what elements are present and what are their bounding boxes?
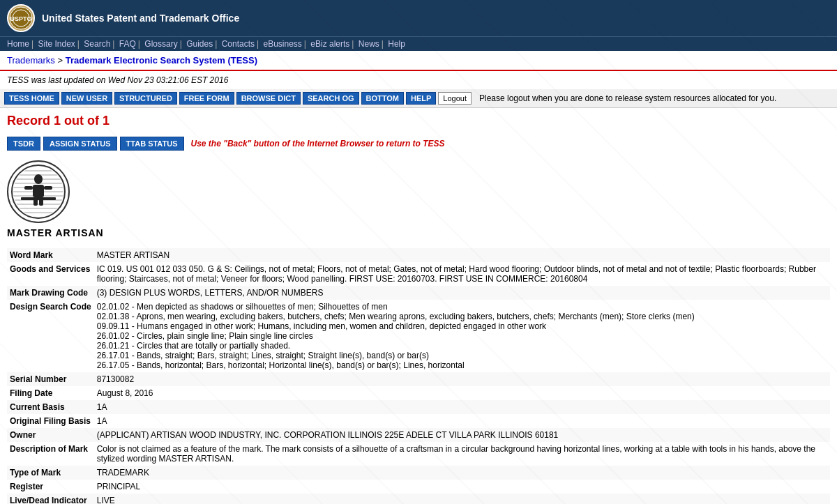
nav-glossary[interactable]: Glossary bbox=[144, 39, 183, 49]
btn-structured[interactable]: STRUCTURED bbox=[114, 92, 177, 105]
uspto-seal: USPTO bbox=[7, 4, 35, 32]
ttab-status-button[interactable]: TTAB STATUS bbox=[120, 137, 184, 151]
table-row: Description of MarkColor is not claimed … bbox=[7, 442, 830, 466]
field-value: IC 019. US 001 012 033 050. G & S: Ceili… bbox=[94, 262, 830, 286]
svg-rect-22 bbox=[39, 197, 43, 206]
record-heading: Record 1 out of 1 bbox=[0, 108, 837, 134]
field-label: Design Search Code bbox=[7, 300, 94, 372]
back-note: Use the "Back" button of the Internet Br… bbox=[191, 139, 445, 148]
field-label: Serial Number bbox=[7, 372, 94, 386]
logout-note: Please logout when you are done to relea… bbox=[479, 93, 776, 103]
table-row: Serial Number87130082 bbox=[7, 372, 830, 386]
table-row: Live/Dead IndicatorLIVE bbox=[7, 494, 830, 504]
svg-rect-21 bbox=[33, 197, 38, 206]
nav-faq[interactable]: FAQ bbox=[119, 39, 142, 49]
svg-point-16 bbox=[34, 174, 43, 184]
field-value: (3) DESIGN PLUS WORDS, LETTERS, AND/OR N… bbox=[94, 286, 830, 300]
btn-help[interactable]: HELP bbox=[406, 92, 436, 105]
table-row: Filing DateAugust 8, 2016 bbox=[7, 386, 830, 400]
btn-new-user[interactable]: NEW USER bbox=[61, 92, 112, 105]
nav-ebusiness[interactable]: eBusiness bbox=[263, 39, 308, 49]
agency-name: United States Patent and Trademark Offic… bbox=[42, 13, 239, 24]
mark-name: MASTER ARTISAN bbox=[7, 227, 104, 238]
last-updated-notice: TESS was last updated on Wed Nov 23 03:2… bbox=[0, 71, 837, 89]
btn-search-og[interactable]: SEARCH OG bbox=[303, 92, 359, 105]
btn-tess-home[interactable]: TESS HOME bbox=[4, 92, 59, 105]
breadcrumb: Trademarks > Trademark Electronic Search… bbox=[0, 51, 837, 71]
action-row: TSDR ASSIGN STATUS TTAB STATUS Use the "… bbox=[0, 134, 837, 153]
field-label: Owner bbox=[7, 428, 94, 442]
svg-text:USPTO: USPTO bbox=[10, 15, 32, 22]
field-label: Register bbox=[7, 480, 94, 494]
field-label: Current Basis bbox=[7, 400, 94, 414]
field-value: (APPLICANT) ARTISAN WOOD INDUSTRY, INC. … bbox=[94, 428, 830, 442]
nav-site-index[interactable]: Site Index bbox=[38, 39, 82, 49]
btn-browse-dict[interactable]: BROWSE DICT bbox=[236, 92, 301, 105]
main-content: MASTER ARTISAN Word MarkMASTER ARTISANGo… bbox=[0, 153, 837, 504]
field-value: 1A bbox=[94, 400, 830, 414]
assign-status-button[interactable]: ASSIGN STATUS bbox=[43, 137, 117, 151]
field-value: August 8, 2016 bbox=[94, 386, 830, 400]
table-row: Design Search Code02.01.02 - Men depicte… bbox=[7, 300, 830, 372]
trademark-data-table: Word MarkMASTER ARTISANGoods and Service… bbox=[7, 248, 830, 504]
field-value: 87130082 bbox=[94, 372, 830, 386]
svg-rect-17 bbox=[33, 185, 44, 197]
field-value: Color is not claimed as a feature of the… bbox=[94, 442, 830, 466]
field-label: Goods and Services bbox=[7, 262, 94, 286]
back-note-text: Use the "Back" button of the Internet Br… bbox=[191, 139, 445, 148]
record-count: Record 1 out of 1 bbox=[7, 114, 830, 128]
nav-guides[interactable]: Guides bbox=[186, 39, 219, 49]
nav-news[interactable]: News bbox=[359, 39, 386, 49]
field-value: LIVE bbox=[94, 494, 830, 504]
table-row: Mark Drawing Code(3) DESIGN PLUS WORDS, … bbox=[7, 286, 830, 300]
nav-ebiz-alerts[interactable]: eBiz alerts bbox=[310, 39, 356, 49]
table-row: Word MarkMASTER ARTISAN bbox=[7, 248, 830, 262]
btn-free-form[interactable]: FREE FORM bbox=[179, 92, 234, 105]
field-value: PRINCIPAL bbox=[94, 480, 830, 494]
nav-bar: Home Site Index Search FAQ Glossary Guid… bbox=[0, 36, 837, 51]
breadcrumb-separator: > bbox=[58, 55, 66, 66]
field-value: MASTER ARTISAN bbox=[94, 248, 830, 262]
field-label: Live/Dead Indicator bbox=[7, 494, 94, 504]
logout-button[interactable]: Logout bbox=[438, 92, 472, 105]
field-label: Word Mark bbox=[7, 248, 94, 262]
table-row: Original Filing Basis1A bbox=[7, 414, 830, 428]
field-value: 02.01.02 - Men depicted as shadows or si… bbox=[94, 300, 830, 372]
nav-help[interactable]: Help bbox=[388, 39, 409, 49]
btn-bottom[interactable]: BOTTOM bbox=[361, 92, 404, 105]
table-row: Goods and ServicesIC 019. US 001 012 033… bbox=[7, 262, 830, 286]
breadcrumb-trademarks[interactable]: Trademarks bbox=[7, 55, 55, 66]
breadcrumb-current: Trademark Electronic Search System (TESS… bbox=[66, 55, 257, 66]
tsdr-button[interactable]: TSDR bbox=[7, 137, 40, 151]
mark-image bbox=[7, 160, 70, 223]
field-value: 1A bbox=[94, 414, 830, 428]
nav-home[interactable]: Home bbox=[7, 39, 36, 49]
field-label: Description of Mark bbox=[7, 442, 94, 466]
table-row: Owner(APPLICANT) ARTISAN WOOD INDUSTRY, … bbox=[7, 428, 830, 442]
mark-logo-area: MASTER ARTISAN bbox=[7, 160, 830, 238]
field-value: TRADEMARK bbox=[94, 466, 830, 480]
toolbar: TESS HOME NEW USER STRUCTURED FREE FORM … bbox=[0, 89, 837, 108]
nav-contacts[interactable]: Contacts bbox=[222, 39, 261, 49]
table-row: RegisterPRINCIPAL bbox=[7, 480, 830, 494]
field-label: Mark Drawing Code bbox=[7, 286, 94, 300]
svg-rect-18 bbox=[24, 186, 33, 190]
nav-search[interactable]: Search bbox=[84, 39, 116, 49]
field-label: Type of Mark bbox=[7, 466, 94, 480]
table-row: Current Basis1A bbox=[7, 400, 830, 414]
site-header: USPTO United States Patent and Trademark… bbox=[0, 0, 837, 36]
svg-rect-20 bbox=[21, 197, 56, 200]
svg-rect-19 bbox=[44, 186, 52, 190]
field-label: Filing Date bbox=[7, 386, 94, 400]
field-label: Original Filing Basis bbox=[7, 414, 94, 428]
table-row: Type of MarkTRADEMARK bbox=[7, 466, 830, 480]
